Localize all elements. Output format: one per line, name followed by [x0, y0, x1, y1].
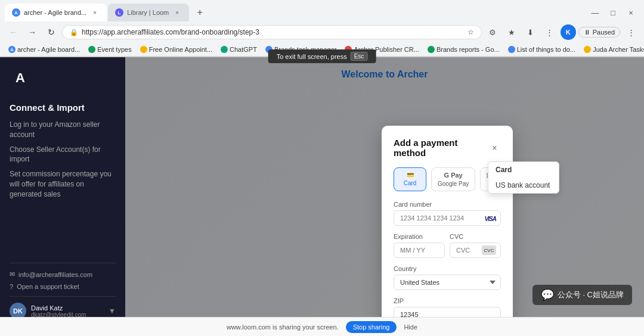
- country-label: Country: [394, 265, 501, 272]
- address-bar[interactable]: 🔒 https://app.archeraffiliates.com/brand…: [62, 25, 482, 39]
- user-name: David Katz: [31, 304, 104, 312]
- star-icon[interactable]: ☆: [467, 28, 474, 36]
- zip-label: ZIP: [394, 297, 501, 304]
- more-button[interactable]: ⋮: [623, 24, 639, 41]
- support-icon: ?: [10, 283, 13, 290]
- svg-point-8: [221, 46, 228, 53]
- extensions-icon[interactable]: ⚙: [484, 24, 501, 41]
- visa-logo: VISA: [485, 213, 496, 223]
- sidebar-user: DK David Katz dkatz@styleedit.com ▼: [10, 296, 116, 319]
- forward-button[interactable]: →: [24, 24, 41, 41]
- hide-button[interactable]: Hide: [404, 323, 417, 331]
- tab-favicon-loom: L: [115, 8, 123, 17]
- bookmark-icon[interactable]: ★: [503, 24, 520, 41]
- toolbar-actions: ⚙ ★ ⬇ ⋮ K ⏸ Paused ⋮: [484, 24, 639, 41]
- sidebar-item-seller[interactable]: Choose Seller Account(s) for import: [10, 145, 116, 165]
- sidebar-item-commission[interactable]: Set commission percentage you will offer…: [10, 169, 116, 199]
- close-window-button[interactable]: ×: [623, 4, 639, 21]
- tab-archer[interactable]: A archer - Agile brand... ×: [5, 4, 107, 21]
- cvc-input-wrapper: CVC: [450, 242, 501, 258]
- payment-type-dropdown: Card US bank account: [488, 161, 559, 194]
- tab-title-loom: Library | Loom: [127, 9, 169, 16]
- expiration-label: Expiration: [394, 233, 445, 240]
- payment-tab-card[interactable]: 💳 Card: [394, 167, 426, 191]
- payment-method-tabs: 💳 Card G Pay Google Pay 🏦 ▼: [394, 167, 501, 191]
- svg-point-7: [140, 46, 147, 53]
- cvc-icon: CVC: [482, 245, 496, 255]
- bookmark-juda[interactable]: Juda Archer Tasks |...: [580, 45, 644, 54]
- country-group: Country United States: [394, 265, 501, 290]
- bookmark-event-types[interactable]: Event types: [85, 45, 135, 54]
- paused-label: Paused: [593, 29, 615, 36]
- content-area: Welcome to Archer Add a payment method ×…: [125, 57, 644, 329]
- svg-point-6: [88, 46, 95, 53]
- bookmark-list-things[interactable]: List of things to do...: [504, 45, 579, 54]
- bookmark-icon-brands-reports: [428, 46, 435, 53]
- esc-key-badge: Esc: [351, 52, 368, 61]
- svg-text:A: A: [14, 10, 18, 15]
- address-text: https://app.archeraffiliates.com/brand-o…: [82, 28, 464, 36]
- download-icon[interactable]: ⬇: [522, 24, 539, 41]
- card-number-group: Card number VISA: [394, 201, 501, 226]
- bookmark-icon-appoint: [140, 46, 147, 53]
- bookmark-icon-juda: [584, 46, 591, 53]
- main-area: A Connect & Import Log in to your Amazon…: [0, 57, 644, 329]
- svg-text:A: A: [10, 48, 13, 52]
- sidebar-item-amazon[interactable]: Log in to your Amazon seller account: [10, 120, 116, 140]
- tab-loom[interactable]: L Library | Loom ×: [108, 4, 189, 21]
- tab-close-loom[interactable]: ×: [172, 8, 182, 17]
- card-number-input-wrapper: VISA: [394, 210, 501, 226]
- bookmark-icon-chatgpt: [221, 46, 228, 53]
- card-icon: 💳: [407, 172, 414, 178]
- user-info: David Katz dkatz@styleedit.com: [31, 304, 104, 318]
- bookmark-brands-reports[interactable]: Brands reports - Go...: [424, 45, 503, 54]
- googlepay-icon: G Pay: [444, 172, 463, 179]
- svg-point-11: [428, 46, 435, 53]
- sidebar: A Connect & Import Log in to your Amazon…: [0, 57, 125, 329]
- minimize-button[interactable]: —: [587, 4, 603, 21]
- bookmark-appoint[interactable]: Free Online Appoint...: [137, 45, 216, 54]
- tab-bar: A archer - Agile brand... × L Library | …: [0, 0, 644, 21]
- sidebar-title: Connect & Import: [10, 102, 116, 113]
- payment-modal: Add a payment method × 💳 Card G Pay Goog…: [382, 126, 513, 329]
- dropdown-item-card[interactable]: Card: [488, 162, 559, 178]
- svg-text:A: A: [16, 70, 25, 85]
- email-icon: ✉: [10, 270, 15, 278]
- loom-sharing-bar: www.loom.com is sharing your screen. Sto…: [0, 317, 644, 336]
- sidebar-support[interactable]: ? Open a support ticket: [10, 283, 116, 290]
- back-button[interactable]: ←: [5, 24, 21, 41]
- expiration-input[interactable]: [394, 242, 445, 258]
- paused-icon: ⏸: [584, 29, 590, 36]
- modal-header: Add a payment method ×: [394, 138, 501, 158]
- sidebar-email[interactable]: ✉ info@archeraffiliates.com: [10, 270, 116, 278]
- wechat-icon: 💬: [541, 288, 554, 301]
- profile-button[interactable]: K: [561, 24, 576, 40]
- toolbar: ← → ↻ 🔒 https://app.archeraffiliates.com…: [0, 21, 644, 43]
- stop-sharing-button[interactable]: Stop sharing: [346, 321, 397, 333]
- fullscreen-notice: To exit full screen, press Esc: [268, 49, 376, 63]
- loom-message: www.loom.com is sharing your screen.: [227, 323, 339, 331]
- expiration-group: Expiration: [394, 233, 445, 258]
- paused-badge[interactable]: ⏸ Paused: [578, 27, 620, 38]
- card-tab-label: Card: [404, 180, 417, 186]
- wechat-text: 公众号 · C姐说品牌: [558, 290, 624, 300]
- payment-tab-googlepay[interactable]: G Pay Google Pay: [431, 167, 475, 191]
- dropdown-item-bank[interactable]: US bank account: [488, 178, 559, 193]
- reload-button[interactable]: ↻: [43, 24, 60, 41]
- bookmark-archer[interactable]: A archer - Agile board...: [5, 45, 83, 54]
- modal-title: Add a payment method: [394, 138, 488, 158]
- browser-chrome: A archer - Agile brand... × L Library | …: [0, 0, 644, 57]
- cvc-label: CVC: [450, 233, 501, 240]
- bookmark-chatgpt[interactable]: ChatGPT: [217, 45, 261, 54]
- sidebar-footer: ✉ info@archeraffiliates.com ? Open a sup…: [10, 263, 116, 290]
- maximize-button[interactable]: □: [605, 4, 621, 21]
- user-chevron-icon[interactable]: ▼: [109, 307, 116, 315]
- new-tab-button[interactable]: +: [193, 5, 207, 20]
- bookmark-icon-list: [508, 46, 515, 53]
- settings-icon[interactable]: ⋮: [541, 24, 558, 41]
- tab-close-archer[interactable]: ×: [90, 8, 100, 17]
- modal-close-button[interactable]: ×: [488, 141, 501, 154]
- expiration-cvc-row: Expiration CVC CVC: [394, 233, 501, 265]
- country-select[interactable]: United States: [394, 275, 501, 290]
- svg-text:L: L: [118, 10, 121, 15]
